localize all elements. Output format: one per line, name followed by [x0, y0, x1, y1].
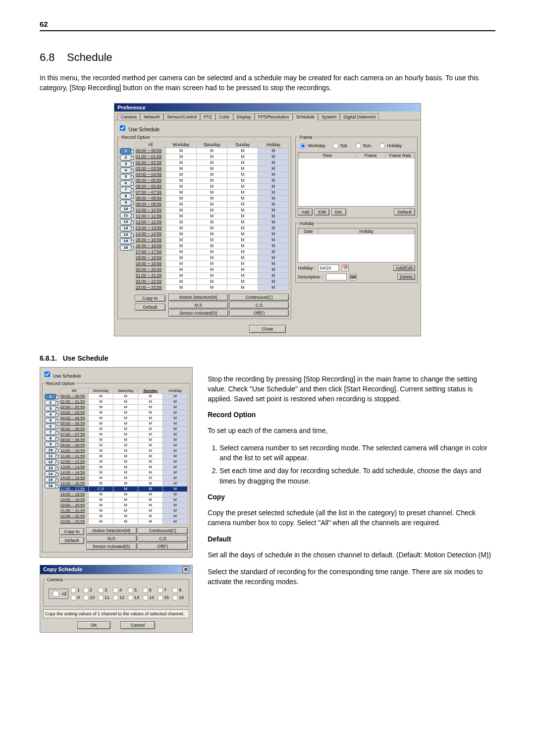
tab-color[interactable]: Color	[215, 113, 233, 120]
schedule-time-cell[interactable]: 21:00 ~ 21:59	[135, 272, 166, 278]
schedule-cell[interactable]: M	[197, 160, 227, 165]
schedule-cell[interactable]: M	[89, 432, 113, 437]
schedule-cell[interactable]: M	[163, 491, 188, 497]
schedule-cell[interactable]: M	[113, 497, 138, 502]
schedule-cell[interactable]: M	[227, 177, 258, 183]
copy-camera-checkbox-1[interactable]	[71, 588, 76, 593]
schedule-cell[interactable]: M	[113, 415, 138, 421]
copy-camera-check-2[interactable]: 2	[83, 587, 95, 594]
camera-badge-9[interactable]: 9	[120, 200, 132, 206]
schedule-time-cell[interactable]: 11:00 ~ 11:59	[135, 213, 166, 219]
schedule-time-cell[interactable]: 15:00 ~ 15:59	[60, 475, 89, 481]
copy-camera-check-7[interactable]: 7	[157, 587, 169, 594]
schedule-cell[interactable]: M	[138, 491, 163, 497]
schedule-time-cell[interactable]: 11:00 ~ 11:59	[60, 453, 89, 459]
copy-camera-checkbox-5[interactable]	[128, 588, 133, 593]
tab-schedule[interactable]: Schedule	[293, 113, 319, 120]
schedule-cell[interactable]: M	[163, 404, 188, 410]
schedule-cell[interactable]: M	[258, 255, 289, 261]
schedule-cell[interactable]: M	[89, 497, 113, 502]
tab-sensor-control[interactable]: Sensor/Control	[163, 113, 200, 120]
schedule-time-cell[interactable]: 16:00 ~ 16:59	[135, 243, 166, 249]
schedule-cell[interactable]: M	[89, 464, 113, 470]
schedule-cell[interactable]: M	[89, 481, 113, 486]
copy-camera-check-13[interactable]: 13	[127, 594, 139, 601]
frame-default-button[interactable]: Default	[394, 209, 415, 216]
mini-copy-to-button[interactable]: Copy to	[59, 528, 84, 535]
schedule-cell[interactable]: M	[138, 475, 163, 481]
schedule-cell[interactable]: M	[89, 399, 113, 404]
mini-legend-cs[interactable]: C,S	[138, 535, 188, 542]
schedule-cell[interactable]: M	[163, 481, 188, 486]
legend-ms[interactable]: M,S	[168, 302, 228, 309]
holiday-addedit-button[interactable]: Add/Edit	[393, 265, 415, 271]
schedule-cell[interactable]: M	[227, 201, 258, 207]
schedule-cell[interactable]: M	[197, 165, 227, 171]
schedule-cell[interactable]: M	[197, 261, 227, 267]
schedule-cell[interactable]: M	[166, 195, 197, 201]
frame-add-button[interactable]: Add	[298, 209, 313, 216]
camera-badge-3[interactable]: 3	[45, 406, 56, 411]
schedule-cell[interactable]: M	[258, 261, 289, 267]
legend-cs[interactable]: C,S	[229, 302, 289, 309]
schedule-cell[interactable]: M	[163, 442, 188, 448]
schedule-cell[interactable]: M	[258, 272, 289, 278]
schedule-cell[interactable]: M	[227, 267, 258, 272]
copy-camera-check-14[interactable]: 14	[142, 594, 154, 601]
schedule-cell[interactable]: M	[258, 154, 289, 160]
schedule-cell[interactable]: M	[138, 464, 163, 470]
schedule-cell[interactable]: M	[197, 154, 227, 160]
schedule-cell[interactable]: M	[197, 183, 227, 189]
schedule-cell[interactable]: M	[138, 448, 163, 453]
copy-camera-checkbox-7[interactable]	[158, 588, 162, 593]
tab-camera[interactable]: Camera	[117, 113, 140, 120]
schedule-cell[interactable]: M	[163, 415, 188, 421]
schedule-time-cell[interactable]: 06:00 ~ 06:59	[60, 426, 89, 432]
schedule-cell[interactable]: M	[258, 160, 289, 165]
schedule-cell[interactable]: M	[227, 165, 258, 171]
schedule-cell[interactable]: M	[163, 513, 188, 519]
schedule-cell[interactable]: M	[163, 432, 188, 437]
schedule-cell[interactable]: M	[197, 237, 227, 243]
schedule-cell[interactable]: M	[197, 177, 227, 183]
close-button[interactable]: Close	[249, 325, 285, 333]
copy-all-checkbox[interactable]	[53, 591, 59, 597]
copy-camera-checkbox-6[interactable]	[143, 588, 148, 593]
schedule-cell[interactable]: M	[89, 491, 113, 497]
schedule-cell[interactable]: M	[227, 278, 258, 284]
camera-badge-16[interactable]: 16	[45, 483, 56, 488]
schedule-cell[interactable]: M	[197, 148, 227, 154]
schedule-cell[interactable]: M	[258, 195, 289, 201]
radio-workday[interactable]: Workday	[300, 143, 325, 149]
mini-default-button[interactable]: Default	[59, 537, 84, 544]
tab-display[interactable]: Display	[233, 113, 255, 120]
schedule-cell[interactable]: M	[163, 508, 188, 513]
schedule-time-cell[interactable]: 10:00 ~ 10:59	[60, 448, 89, 453]
schedule-cell[interactable]: M	[89, 393, 113, 399]
schedule-cell[interactable]: M	[227, 219, 258, 225]
camera-badge-15[interactable]: 15	[45, 477, 56, 483]
schedule-cell[interactable]: M	[166, 189, 197, 195]
camera-badge-2[interactable]: 2	[120, 155, 132, 161]
copy-camera-checkbox-14[interactable]	[143, 595, 148, 600]
schedule-cell[interactable]: M	[166, 154, 197, 160]
schedule-time-cell[interactable]: 23:00 ~ 23:59	[135, 284, 166, 290]
schedule-time-cell[interactable]: 20:00 ~ 20:59	[60, 502, 89, 508]
schedule-cell[interactable]: M	[113, 491, 138, 497]
schedule-cell[interactable]: M	[138, 437, 163, 442]
camera-badge-5[interactable]: 5	[120, 174, 132, 180]
schedule-cell[interactable]: M	[166, 278, 197, 284]
schedule-cell[interactable]: M	[138, 410, 163, 415]
schedule-cell[interactable]: M	[138, 426, 163, 432]
schedule-cell[interactable]: M	[227, 249, 258, 255]
legend-motion[interactable]: Motion Detection(M)	[168, 294, 228, 301]
schedule-cell[interactable]: M	[113, 464, 138, 470]
schedule-cell[interactable]: M	[227, 207, 258, 213]
holiday-delete-button[interactable]: Delete	[397, 274, 415, 280]
camera-badge-5[interactable]: 5	[45, 418, 56, 423]
frame-edit-button[interactable]: Edit	[315, 209, 329, 216]
schedule-cell[interactable]: M	[258, 148, 289, 154]
camera-badge-8[interactable]: 8	[120, 193, 132, 199]
copy-all-check[interactable]: All	[49, 589, 68, 599]
frame-table[interactable]: Time Frame Frame Rate	[298, 152, 415, 207]
